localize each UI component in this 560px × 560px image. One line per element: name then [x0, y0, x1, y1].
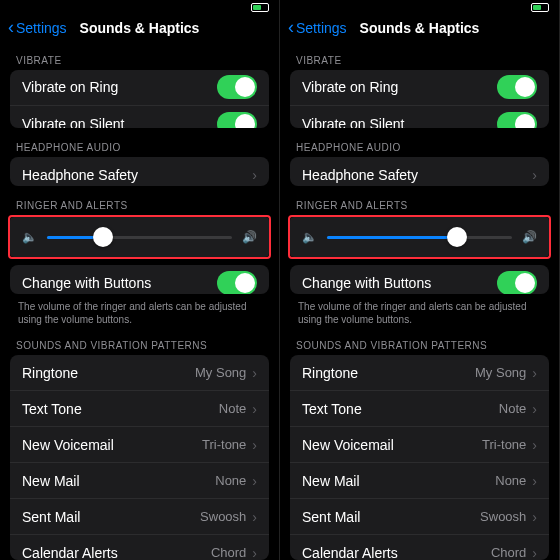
chevron-right-icon: › — [532, 167, 537, 183]
highlight-box: 🔈 🔊 — [288, 215, 551, 259]
section-header-headphone: HEADPHONE AUDIO — [280, 128, 559, 157]
highlight-box: 🔈 🔊 — [8, 215, 271, 259]
row-label: Calendar Alerts — [22, 545, 211, 560]
row-sound-2[interactable]: New Voicemail Tri-tone › — [290, 427, 549, 463]
row-label: Sent Mail — [22, 509, 200, 525]
row-label: New Voicemail — [302, 437, 482, 453]
group-ringer-slider: 🔈 🔊 — [10, 217, 269, 257]
row-sound-4[interactable]: Sent Mail Swoosh › — [10, 499, 269, 535]
row-label: Vibrate on Silent — [22, 116, 217, 128]
row-detail: Tri-tone — [202, 437, 246, 452]
row-vibrate-silent[interactable]: Vibrate on Silent — [10, 106, 269, 128]
chevron-right-icon: › — [252, 509, 257, 525]
pane-right: ‹ Settings Sounds & Haptics VIBRATE Vibr… — [280, 0, 560, 560]
chevron-right-icon: › — [532, 365, 537, 381]
ringer-slider[interactable] — [47, 236, 232, 239]
chevron-right-icon: › — [252, 401, 257, 417]
chevron-right-icon: › — [532, 473, 537, 489]
row-detail: Chord — [491, 545, 526, 560]
toggle-vibrate-ring[interactable] — [497, 75, 537, 99]
toggle-change-buttons[interactable] — [497, 271, 537, 294]
section-header-ringer: RINGER AND ALERTS — [280, 186, 559, 215]
row-detail: None — [215, 473, 246, 488]
back-label: Settings — [296, 20, 347, 36]
speaker-low-icon: 🔈 — [22, 230, 37, 244]
ringer-slider-row[interactable]: 🔈 🔊 — [290, 217, 549, 257]
chevron-right-icon: › — [532, 401, 537, 417]
row-sound-0[interactable]: Ringtone My Song › — [290, 355, 549, 391]
row-change-buttons[interactable]: Change with Buttons — [290, 265, 549, 294]
chevron-right-icon: › — [252, 167, 257, 183]
group-change-buttons: Change with Buttons — [10, 265, 269, 294]
back-button[interactable]: ‹ Settings — [8, 17, 67, 38]
row-detail: None — [495, 473, 526, 488]
row-sound-5[interactable]: Calendar Alerts Chord › — [290, 535, 549, 560]
row-detail: My Song — [195, 365, 246, 380]
back-button[interactable]: ‹ Settings — [288, 17, 347, 38]
group-patterns: Ringtone My Song › Text Tone Note › New … — [10, 355, 269, 560]
chevron-right-icon: › — [532, 437, 537, 453]
row-sound-3[interactable]: New Mail None › — [10, 463, 269, 499]
status-bar — [0, 0, 279, 15]
row-sound-2[interactable]: New Voicemail Tri-tone › — [10, 427, 269, 463]
section-header-patterns: SOUNDS AND VIBRATION PATTERNS — [280, 326, 559, 355]
ringer-slider[interactable] — [327, 236, 512, 239]
group-change-buttons: Change with Buttons — [290, 265, 549, 294]
back-label: Settings — [16, 20, 67, 36]
chevron-right-icon: › — [252, 473, 257, 489]
speaker-high-icon: 🔊 — [242, 230, 257, 244]
nav-bar: ‹ Settings Sounds & Haptics — [0, 15, 279, 41]
row-detail: Tri-tone — [482, 437, 526, 452]
row-label: Text Tone — [22, 401, 219, 417]
chevron-right-icon: › — [532, 509, 537, 525]
ringer-slider-row[interactable]: 🔈 🔊 — [10, 217, 269, 257]
row-detail: Note — [499, 401, 526, 416]
toggle-vibrate-silent[interactable] — [497, 112, 537, 128]
group-vibrate: Vibrate on Ring Vibrate on Silent — [290, 70, 549, 128]
ringer-footnote: The volume of the ringer and alerts can … — [280, 294, 559, 326]
row-detail: Chord — [211, 545, 246, 560]
chevron-right-icon: › — [252, 365, 257, 381]
pane-left: ‹ Settings Sounds & Haptics VIBRATE Vibr… — [0, 0, 280, 560]
row-label: Vibrate on Ring — [302, 79, 497, 95]
row-vibrate-silent[interactable]: Vibrate on Silent — [290, 106, 549, 128]
row-label: New Mail — [302, 473, 495, 489]
row-sound-5[interactable]: Calendar Alerts Chord › — [10, 535, 269, 560]
row-headphone-safety[interactable]: Headphone Safety › — [10, 157, 269, 186]
ringer-footnote: The volume of the ringer and alerts can … — [0, 294, 279, 326]
section-header-vibrate: VIBRATE — [0, 41, 279, 70]
row-sound-1[interactable]: Text Tone Note › — [290, 391, 549, 427]
row-sound-0[interactable]: Ringtone My Song › — [10, 355, 269, 391]
section-header-headphone: HEADPHONE AUDIO — [0, 128, 279, 157]
chevron-right-icon: › — [252, 545, 257, 560]
status-bar — [280, 0, 559, 15]
row-vibrate-ring[interactable]: Vibrate on Ring — [10, 70, 269, 106]
row-label: Text Tone — [302, 401, 499, 417]
section-header-ringer: RINGER AND ALERTS — [0, 186, 279, 215]
row-change-buttons[interactable]: Change with Buttons — [10, 265, 269, 294]
row-label: New Mail — [22, 473, 215, 489]
row-detail: My Song — [475, 365, 526, 380]
row-headphone-safety[interactable]: Headphone Safety › — [290, 157, 549, 186]
speaker-low-icon: 🔈 — [302, 230, 317, 244]
group-patterns: Ringtone My Song › Text Tone Note › New … — [290, 355, 549, 560]
row-label: Ringtone — [22, 365, 195, 381]
toggle-vibrate-ring[interactable] — [217, 75, 257, 99]
row-label: Change with Buttons — [302, 275, 497, 291]
chevron-left-icon: ‹ — [8, 17, 14, 38]
chevron-left-icon: ‹ — [288, 17, 294, 38]
toggle-vibrate-silent[interactable] — [217, 112, 257, 128]
row-sound-4[interactable]: Sent Mail Swoosh › — [290, 499, 549, 535]
battery-indicator — [251, 3, 269, 12]
group-headphone: Headphone Safety › — [10, 157, 269, 186]
row-label: Vibrate on Ring — [22, 79, 217, 95]
row-sound-3[interactable]: New Mail None › — [290, 463, 549, 499]
row-sound-1[interactable]: Text Tone Note › — [10, 391, 269, 427]
nav-bar: ‹ Settings Sounds & Haptics — [280, 15, 559, 41]
toggle-change-buttons[interactable] — [217, 271, 257, 294]
group-vibrate: Vibrate on Ring Vibrate on Silent — [10, 70, 269, 128]
row-vibrate-ring[interactable]: Vibrate on Ring — [290, 70, 549, 106]
row-detail: Swoosh — [200, 509, 246, 524]
row-detail: Swoosh — [480, 509, 526, 524]
chevron-right-icon: › — [532, 545, 537, 560]
